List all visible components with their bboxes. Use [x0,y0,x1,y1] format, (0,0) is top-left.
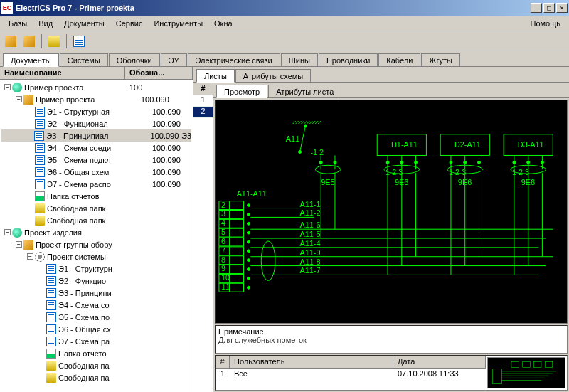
tree-row[interactable]: Э6 - Общая сх [1,323,191,335]
col-num[interactable]: # [216,356,230,368]
svg-rect-124 [523,361,531,367]
tree-row[interactable]: Папка отчетов [1,190,191,202]
tree-row[interactable]: Э1 - Структурн [1,263,191,275]
expand-icon[interactable]: − [4,84,11,90]
workspace: Наименование Обозна... −Пример проекта10… [0,67,569,392]
tree-row[interactable]: Э7 - Схема ра [1,335,191,347]
menu-vid[interactable]: Вид [33,17,58,30]
main-tab-0[interactable]: Документы [3,53,59,67]
svg-text:A11-6: A11-6 [300,221,321,229]
toolbar-btn-2[interactable] [21,33,37,49]
tree-row[interactable]: −Проект изделия [1,226,191,238]
sheet-list-header[interactable]: # [193,83,213,95]
col-user[interactable]: Пользователь [230,356,393,368]
user-row-num: 1 [216,369,230,380]
doc-icon [46,288,56,298]
expand-icon[interactable]: − [16,241,22,248]
tree-row[interactable]: Свободная па [1,371,191,383]
svg-line-4 [304,121,307,124]
main-tab-2[interactable]: Оболочки [109,53,160,66]
tree-item-name: Пример проекта [24,83,129,92]
tree-item-name: Э2 - Функционал [47,120,152,128]
expand-icon[interactable]: − [4,229,11,235]
col-name[interactable]: Наименование [0,67,125,79]
expand-icon[interactable]: − [16,96,22,102]
menu-help[interactable]: Помощь [525,17,567,30]
maximize-button[interactable]: □ [543,3,555,13]
tree-row[interactable]: −Проект группы обору [1,238,191,250]
tree-row[interactable]: Э7 - Схема распо100.090 [1,178,191,190]
tree-row[interactable]: Э1 - Структурная100.090 [1,105,191,117]
doc-icon [35,107,45,117]
toolbar-btn-4[interactable] [71,33,87,49]
expand-icon[interactable]: − [27,253,33,260]
tree-row[interactable]: −Проект системы [1,250,191,263]
folder-icon [35,203,45,213]
folder-icon [35,216,45,226]
menu-servis[interactable]: Сервис [110,17,149,30]
tree-row[interactable]: Э3 - Принципи [1,287,191,299]
tree-row[interactable]: Э2 - Функцио [1,275,191,287]
tree-row[interactable]: Э6 - Общая схем100.090 [1,166,191,178]
sheet-row[interactable]: 2 [193,107,213,118]
tree-item-name: Э7 - Схема ра [58,337,164,346]
user-row[interactable]: 1 Все 07.10.2008 11:33 [216,369,486,380]
svg-line-7 [312,121,315,124]
toolbar-btn-1[interactable] [3,33,18,49]
tree-row[interactable]: Свободная папк [1,202,191,214]
tab-atributy-lista[interactable]: Атрибуты листа [268,85,341,97]
tab-prosmotr[interactable]: Просмотр [216,85,267,98]
main-tab-7[interactable]: Кабели [378,53,420,66]
project-tree[interactable]: −Пример проекта100−Пример проекта100.090… [0,80,193,392]
tree-row[interactable]: Э4 - Схема соеди100.090 [1,142,191,154]
menu-okna[interactable]: Окна [208,17,238,30]
col-code[interactable]: Обозна... [125,67,193,79]
svg-text:4: 4 [221,218,225,227]
tree-row[interactable]: Э5 - Схема по [1,311,191,323]
close-button[interactable]: × [556,3,568,13]
toolbar-btn-3[interactable] [46,33,62,49]
tree-item-name: Свободная па [58,361,164,370]
tree-row[interactable]: −Пример проекта100.090 [1,93,191,105]
main-tab-5[interactable]: Шины [281,53,318,66]
minimize-button[interactable]: _ [531,3,542,13]
svg-rect-123 [511,361,519,367]
sheet-thumbnail[interactable] [487,357,565,388]
main-tab-6[interactable]: Проводники [319,53,378,66]
tree-row[interactable]: Свободная па [1,359,191,371]
tree-row[interactable]: Папка отчето [1,347,191,359]
svg-point-86 [247,268,250,271]
svg-text:9: 9 [221,264,225,272]
svg-text:D2-A11: D2-A11 [454,140,481,149]
tab-atributy-skhemy[interactable]: Атрибуты схемы [235,69,311,82]
tree-row[interactable]: Э4 - Схема со [1,299,191,311]
schematic-canvas[interactable]: A11-1 2D1-A111 2 39E6D2-A111 2 39E6D3-A1… [215,100,568,324]
svg-rect-80 [230,256,244,265]
tree-row[interactable]: −Пример проекта100 [1,81,191,93]
tab-listy[interactable]: Листы [196,69,235,83]
window-title: ElectriCS Pro 7 - Primer proekta [16,4,531,12]
window-buttons: _ □ × [531,3,568,13]
doc-icon [35,179,45,189]
menu-bazy[interactable]: Базы [3,17,33,30]
menu-dokumenty[interactable]: Документы [58,17,110,30]
svg-rect-125 [534,361,542,367]
right-content: # 12 Просмотр Атрибуты листа A11-1 2D1-A… [193,83,569,392]
main-tab-8[interactable]: Жгуты [421,53,460,66]
main-tab-1[interactable]: Системы [60,53,108,66]
col-date[interactable]: Дата [393,356,486,368]
box-icon [23,95,33,105]
svg-text:6: 6 [221,237,225,245]
sheet-row[interactable]: 1 [193,95,213,107]
tree-row[interactable]: Э3 - Принципиал100.090-Э3 [1,129,191,142]
main-tab-4[interactable]: Электрические связи [188,53,280,66]
svg-rect-92 [230,283,244,292]
tree-row[interactable]: Э2 - Функционал100.090 [1,117,191,129]
doc-icon [46,312,56,322]
tree-row[interactable]: Э5 - Схема подкл100.090 [1,154,191,166]
main-tab-3[interactable]: ЭУ [161,53,187,66]
menu-instrumenty[interactable]: Инструменты [148,17,208,30]
main-tabstrip: ДокументыСистемыОболочкиЭУЭлектрические … [0,51,569,67]
tree-row[interactable]: Свободная папк [1,214,191,226]
tree-item-name: Проект изделия [24,228,129,237]
